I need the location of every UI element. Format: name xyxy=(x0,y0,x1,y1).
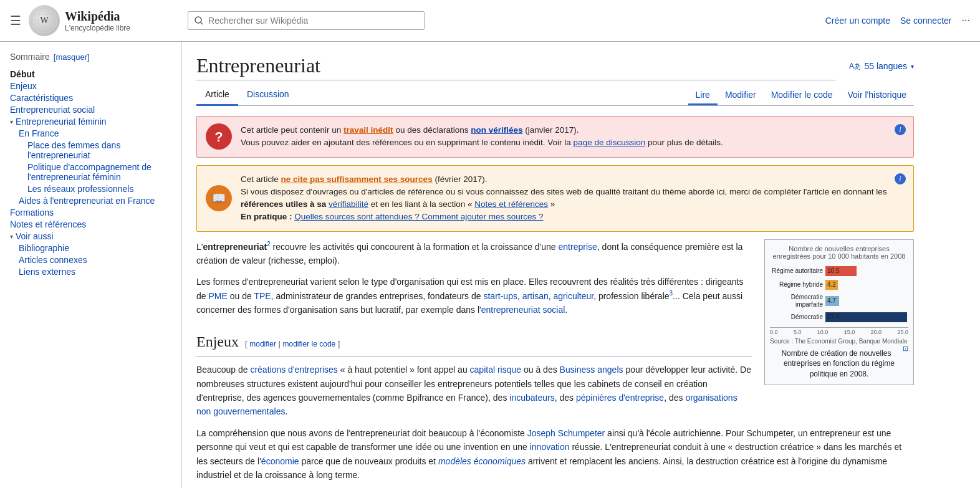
logo-link[interactable]: W Wikipédia L'encyclopédie libre xyxy=(29,5,130,36)
toc-collapse-arrow-entrepreneuriat-feminin[interactable]: ▾ xyxy=(10,118,13,125)
tab-modifier-code[interactable]: Modifier le code xyxy=(764,85,840,105)
incubateurs-link[interactable]: incubateurs xyxy=(509,393,554,403)
chart-bar-label: Régime autoritaire xyxy=(770,267,823,275)
chart-bar-row: Régime autoritaire10.5 xyxy=(770,266,908,276)
sign-in-link[interactable]: Se connecter xyxy=(900,16,952,26)
site-name-text: Wikipédia L'encyclopédie libre xyxy=(65,9,130,32)
toc-link-bibliographie[interactable]: Bibliographie xyxy=(19,243,69,253)
enjeux-heading-text: Enjeux xyxy=(196,330,239,353)
warning1-text: Cet article peut contenir un travail iné… xyxy=(241,124,903,150)
toc-link-caracteristiques[interactable]: Caractéristiques xyxy=(10,93,73,103)
chart-bar-row: Régime hybride4.2 xyxy=(770,280,908,290)
toc-item-notes: Notes et références xyxy=(10,219,171,229)
search-input[interactable] xyxy=(208,16,418,26)
business-angels-link[interactable]: Business angels xyxy=(560,365,623,375)
infobox-caption: Nombre de création de nouvelles entrepri… xyxy=(770,348,908,380)
toc-item-caracteristiques: Caractéristiques xyxy=(10,93,171,103)
chart-bar-row: Démocratie imparfaite4.7 xyxy=(770,294,908,309)
non-verifiees-link[interactable]: non vérifiées xyxy=(471,125,522,135)
tpe-link[interactable]: TPE xyxy=(254,291,271,301)
toc-link-en-france[interactable]: En France xyxy=(19,128,59,138)
svg-line-7 xyxy=(201,22,203,24)
toc-link-voir-aussi[interactable]: Voir aussi xyxy=(16,231,54,241)
travail-inedit-link[interactable]: travail inédit xyxy=(343,125,393,135)
article-title: Entrepreneuriat xyxy=(196,54,835,80)
tab-modifier[interactable]: Modifier xyxy=(718,85,764,105)
infobox-expand-icon[interactable]: ⊡ xyxy=(903,345,908,353)
pme-link[interactable]: PME xyxy=(208,291,227,301)
tab-article[interactable]: Article xyxy=(196,84,238,106)
toc-link-entrepreneuriat-feminin[interactable]: Entrepreneuriat féminin xyxy=(16,117,107,127)
toc-item-aides: Aides à l'entrepreneuriat en France xyxy=(10,196,171,206)
info-icon-1[interactable]: i xyxy=(895,124,906,135)
search-icon xyxy=(195,16,203,25)
language-link[interactable]: Aあ 55 langues ▾ xyxy=(848,60,914,72)
toc-item-entrepreneuriat-social: Entrepreneuriat social xyxy=(10,105,171,115)
toc-link-politique-accompagnement[interactable]: Politique d'accompagnement de l'entrepre… xyxy=(27,162,151,182)
schumpeter-link[interactable]: Joseph Schumpeter xyxy=(527,428,605,438)
chart-axis: 0.05.010.015.020.025.0 xyxy=(770,327,908,335)
svg-text:W: W xyxy=(40,16,49,25)
toc-hide-link[interactable]: [masquer] xyxy=(54,52,90,62)
artisan-link[interactable]: artisan xyxy=(522,291,549,301)
pepinieres-link[interactable]: pépinières d'entreprise xyxy=(576,393,664,403)
startups-link[interactable]: start-ups xyxy=(483,291,517,301)
toc-link-aides[interactable]: Aides à l'entrepreneuriat en France xyxy=(19,196,155,206)
sidebar-toc: Sommaire [masquer] DébutEnjeuxCaractéris… xyxy=(0,42,181,488)
toc-item-en-france: En France xyxy=(10,128,171,138)
enjeux-modifier-code-link[interactable]: modifier le code xyxy=(283,340,336,348)
more-options-icon[interactable]: ··· xyxy=(962,14,971,27)
article-tabs: Article Discussion Lire Modifier Modifie… xyxy=(196,84,914,106)
info-icon-2[interactable]: i xyxy=(895,173,906,184)
capital-risque-link[interactable]: capital risque xyxy=(470,365,522,375)
toc-link-entrepreneuriat-social[interactable]: Entrepreneuriat social xyxy=(10,105,95,115)
sources-pratique-link[interactable]: Quelles sources sont attendues ? Comment… xyxy=(294,212,543,221)
toc-link-reseaux-pro[interactable]: Les réseaux professionnels xyxy=(27,184,133,194)
warning-box-sources: 📖 i Cet article ne cite pas suffisamment… xyxy=(196,165,914,232)
notes-references-link[interactable]: Notes et références xyxy=(474,199,548,209)
toc-item-bibliographie: Bibliographie xyxy=(10,243,171,253)
entreprise-link[interactable]: entreprise xyxy=(559,241,597,251)
chart-bar-fill: 4.2 xyxy=(825,280,838,290)
tab-discussion[interactable]: Discussion xyxy=(238,84,298,106)
entrepreneuriat-social-link[interactable]: entrepreneuriat social xyxy=(481,305,565,315)
section-enjeux-heading: Enjeux [ modifier | modifier le code ] xyxy=(196,330,752,356)
tab-historique[interactable]: Voir l'historique xyxy=(840,85,915,105)
toc-collapse-arrow-voir-aussi[interactable]: ▾ xyxy=(10,233,13,240)
verifiabilite-link[interactable]: vérifiabilité xyxy=(329,199,368,209)
chart-bar-label: Démocratie imparfaite xyxy=(770,294,823,309)
page-discussion-link[interactable]: page de discussion xyxy=(574,138,646,147)
agriculteur-link[interactable]: agriculteur xyxy=(554,291,594,301)
toc-link-articles-connexes[interactable]: Articles connexes xyxy=(19,255,87,265)
toc-item-articles-connexes: Articles connexes xyxy=(10,255,171,265)
warning-box-unverified: ? i Cet article peut contenir un travail… xyxy=(196,116,914,158)
toc-item-formations: Formations xyxy=(10,208,171,218)
enjeux-modifier-link[interactable]: modifier xyxy=(249,340,276,348)
menu-icon[interactable]: ☰ xyxy=(10,13,21,28)
chart-bar-row: Démocratie27.6 xyxy=(770,312,908,322)
warning2-text: Cet article ne cite pas suffisamment ses… xyxy=(241,173,903,224)
economie-link[interactable]: économie xyxy=(261,456,299,466)
toc-item-enjeux: Enjeux xyxy=(10,81,171,91)
toc-link-notes[interactable]: Notes et références xyxy=(10,219,86,229)
tab-lire[interactable]: Lire xyxy=(688,85,718,105)
chart-bar-label: Démocratie xyxy=(770,313,823,321)
toc-item-liens-externes: Liens externes xyxy=(10,267,171,277)
warning-pink-icon: ? xyxy=(206,123,232,150)
toc-link-place-femmes[interactable]: Place des femmes dans l'entrepreneuriat xyxy=(27,140,120,160)
toc-link-liens-externes[interactable]: Liens externes xyxy=(19,267,75,277)
modeles-economiques-link[interactable]: modèles économiques xyxy=(438,456,526,466)
enjeux-paragraph-2: La compréhension que nous avons de l'ent… xyxy=(196,426,914,482)
sources-link[interactable]: ne cite pas suffisamment ses sources xyxy=(281,175,433,184)
toc-link-formations[interactable]: Formations xyxy=(10,208,54,218)
create-account-link[interactable]: Créer un compte xyxy=(825,16,890,26)
warning-orange-icon: 📖 xyxy=(206,185,232,211)
toc-link-enjeux[interactable]: Enjeux xyxy=(10,81,37,91)
toc-label: Sommaire xyxy=(10,52,50,62)
chart-bar-value: 10.5 xyxy=(827,267,839,274)
toc-item-debut: Début xyxy=(10,69,171,79)
chart-bar-fill: 10.5 xyxy=(825,266,857,276)
innovation-link[interactable]: innovation xyxy=(530,442,570,452)
chart-bar-value: 27.6 xyxy=(827,313,839,320)
creations-entreprises-link[interactable]: créations d'entreprises xyxy=(250,365,337,375)
